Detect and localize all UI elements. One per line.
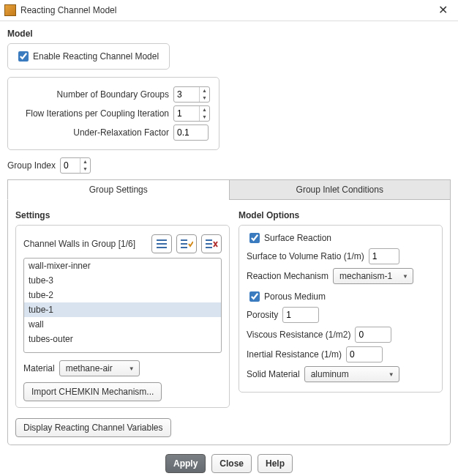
surface-reaction-input[interactable]: [249, 233, 260, 243]
solid-material-dropdown[interactable]: aluminum ▼: [304, 366, 399, 382]
flow-iter-label: Flow Iterations per Coupling Iteration: [15, 108, 169, 119]
enable-reacting-label: Enable Reacting Channel Model: [33, 51, 159, 62]
close-button[interactable]: Close: [211, 454, 252, 473]
chevron-down-icon: ▼: [388, 371, 394, 378]
list-item[interactable]: wall-mixer-inner: [24, 259, 221, 273]
solid-material-value: aluminum: [311, 369, 383, 379]
svr-label: Surface to Volume Ratio (1/m): [247, 251, 364, 261]
settings-panel: Channel Walls in Group [1/6]: [15, 225, 230, 408]
enable-panel: Enable Reacting Channel Model: [7, 43, 170, 70]
num-groups-spinner[interactable]: ▲▼: [173, 86, 210, 103]
porosity-input[interactable]: [282, 307, 319, 323]
spin-up-icon[interactable]: ▲: [200, 106, 209, 114]
surface-reaction-label: Surface Reaction: [264, 233, 331, 243]
mechanism-dropdown[interactable]: mechanism-1 ▼: [333, 268, 413, 284]
model-options-heading: Model Options: [239, 210, 443, 220]
material-value: methane-air: [66, 363, 123, 373]
surface-reaction-checkbox[interactable]: Surface Reaction: [247, 231, 435, 245]
help-button[interactable]: Help: [258, 454, 293, 473]
solid-material-label: Solid Material: [247, 369, 300, 379]
list-item[interactable]: tube-3: [24, 273, 221, 288]
dialog-footer: Apply Close Help: [7, 454, 451, 473]
porous-medium-input[interactable]: [249, 291, 260, 302]
spin-up-icon[interactable]: ▲: [80, 158, 90, 166]
import-chemkin-button[interactable]: Import CHEMKIN Mechanism...: [23, 382, 162, 401]
porous-medium-label: Porous Medium: [264, 291, 326, 302]
params-panel: Number of Boundary Groups ▲▼ Flow Iterat…: [7, 77, 219, 150]
mechanism-value: mechanism-1: [339, 271, 397, 281]
porosity-label: Porosity: [247, 310, 278, 320]
walls-listbox[interactable]: wall-mixer-innertube-3tube-2tube-1walltu…: [23, 258, 222, 353]
walls-label: Channel Walls in Group [1/6]: [23, 239, 147, 249]
list-check-icon: [180, 239, 193, 249]
settings-heading: Settings: [15, 210, 230, 220]
list-item[interactable]: tube-2: [24, 288, 221, 302]
model-options-panel: Surface Reaction Surface to Volume Ratio…: [239, 225, 443, 393]
inertial-resistance-input[interactable]: [346, 346, 383, 362]
material-dropdown[interactable]: methane-air ▼: [59, 360, 140, 376]
spin-up-icon[interactable]: ▲: [200, 87, 209, 94]
enable-reacting-checkbox[interactable]: Enable Reacting Channel Model: [15, 50, 162, 63]
urf-label: Under-Relaxation Factor: [15, 127, 169, 138]
window-title: Reacting Channel Model: [20, 5, 435, 15]
spin-down-icon[interactable]: ▼: [200, 114, 209, 121]
group-index-label: Group Index: [7, 160, 56, 171]
list-item[interactable]: tubes-outer: [24, 332, 221, 346]
list-select-all-button[interactable]: [151, 234, 172, 253]
mechanism-label: Reaction Mechanism: [247, 271, 329, 281]
viscous-resistance-input[interactable]: [355, 327, 391, 343]
enable-reacting-checkbox-input[interactable]: [18, 51, 29, 62]
tab-group-inlet-conditions[interactable]: Group Inlet Conditions: [229, 179, 451, 200]
list-item[interactable]: wall: [24, 317, 221, 332]
app-icon: [4, 4, 16, 16]
list-x-icon: [205, 239, 218, 249]
spin-down-icon[interactable]: ▼: [200, 94, 209, 102]
num-groups-input[interactable]: [174, 88, 199, 101]
walls-count: [1/6]: [119, 239, 135, 249]
num-groups-label: Number of Boundary Groups: [15, 89, 169, 100]
list-lines-icon: [156, 239, 168, 249]
walls-label-text: Channel Walls in Group: [23, 239, 116, 249]
group-tabs: Group Settings Group Inlet Conditions: [7, 179, 451, 200]
flow-iter-spinner[interactable]: ▲▼: [173, 105, 210, 122]
inertial-resistance-label: Inertial Resistance (1/m): [247, 349, 342, 360]
spin-down-icon[interactable]: ▼: [80, 166, 90, 173]
close-icon[interactable]: ✕: [435, 4, 451, 16]
display-variables-button[interactable]: Display Reacting Channel Variables: [15, 418, 171, 437]
viscous-resistance-label: Viscous Resistance (1/m2): [247, 330, 351, 340]
chevron-down-icon: ▼: [129, 365, 135, 372]
urf-input[interactable]: [173, 124, 209, 141]
tab-group-settings[interactable]: Group Settings: [7, 179, 229, 200]
porous-medium-checkbox[interactable]: Porous Medium: [247, 290, 435, 303]
model-heading: Model: [7, 29, 451, 39]
group-index-spinner[interactable]: ▲▼: [60, 157, 91, 174]
chevron-down-icon: ▼: [402, 273, 408, 280]
titlebar: Reacting Channel Model ✕: [0, 0, 458, 21]
apply-button[interactable]: Apply: [165, 454, 206, 473]
material-label: Material: [23, 363, 55, 373]
list-item[interactable]: tube-1: [24, 302, 221, 317]
group-index-input[interactable]: [61, 159, 80, 172]
list-deselect-button[interactable]: [201, 234, 222, 253]
flow-iter-input[interactable]: [174, 107, 199, 120]
svr-input[interactable]: [369, 248, 399, 264]
list-select-checked-button[interactable]: [176, 234, 197, 253]
